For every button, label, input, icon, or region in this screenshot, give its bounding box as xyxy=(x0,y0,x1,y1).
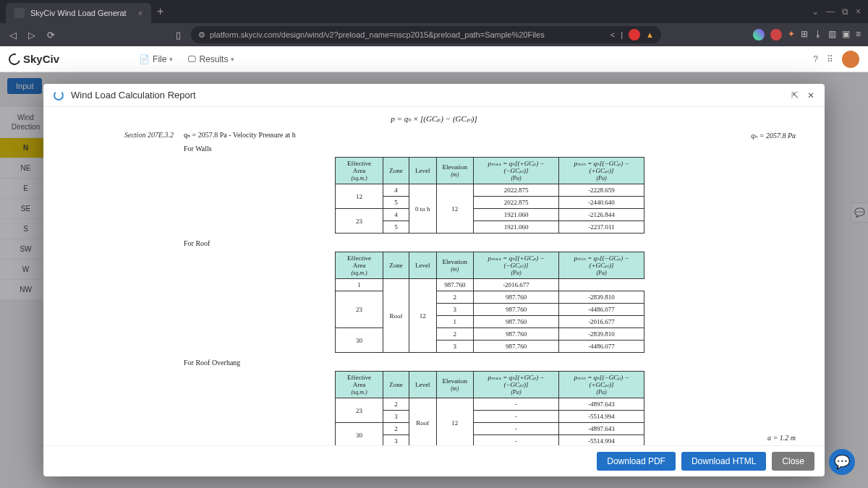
close-icon[interactable]: ✕ xyxy=(807,90,814,100)
section-ref: Section 207E.3.2 xyxy=(72,131,174,139)
margin-note-qh: qₕ = 2057.8 Pa xyxy=(751,132,796,140)
reload-icon[interactable]: ⟳ xyxy=(45,30,56,40)
table-walls: Effective Area(sq.m.)ZoneLevelElevation(… xyxy=(335,157,644,234)
extension-icons: ✦ ⊞ ⭳ ▥ ▣ ≡ xyxy=(753,29,861,40)
menu-icon[interactable]: ≡ xyxy=(856,29,861,40)
ext-icon[interactable] xyxy=(753,29,765,40)
modal-footer: Download PDF Download HTML Close xyxy=(43,445,825,476)
expand-icon[interactable]: ⇱ xyxy=(791,90,799,100)
close-window-icon[interactable]: × xyxy=(856,7,861,17)
browser-tabstrip: SkyCiv Wind Load Generat × + ⌄ — ⧉ × xyxy=(0,0,868,23)
margin-note-a: a = 1.2 m xyxy=(767,434,796,442)
browser-tab[interactable]: SkyCiv Wind Load Generat × xyxy=(6,3,151,23)
report-modal: Wind Load Calculation Report ⇱ ✕ p = qₕ … xyxy=(43,84,825,476)
equation-main: p = qₕ × [(GCₚ) − (GCₚᵢ)] xyxy=(72,114,796,124)
avatar[interactable] xyxy=(842,51,859,68)
table-overhang: Effective Area(sq.m.)ZoneLevelElevation(… xyxy=(335,371,644,445)
minimize-icon[interactable]: — xyxy=(826,7,835,17)
modal-title: Wind Load Calculation Report xyxy=(71,90,196,100)
forward-icon[interactable]: ▷ xyxy=(26,30,38,40)
app-body: Input WindDirection N NE E SE S SW W NW … xyxy=(0,72,868,488)
tab-title: SkyCiv Wind Load Generat xyxy=(30,9,127,17)
app-header: SkyCiv 📄 File ▾ 🖵 Results ▾ ? ⠿ xyxy=(0,46,868,72)
url-bar[interactable]: ⚙ platform.skyciv.com/design/wind/v2?pre… xyxy=(191,26,661,43)
chat-bubble-icon[interactable]: 💬 xyxy=(829,449,855,475)
back-icon[interactable]: ◁ xyxy=(7,30,19,40)
new-tab-button[interactable]: + xyxy=(157,5,163,18)
sub-walls: For Walls xyxy=(184,145,796,153)
divider: | xyxy=(621,30,623,39)
tab-favicon xyxy=(14,8,25,18)
browser-navbar: ◁ ▷ ⟳ ▯ ⚙ platform.skyciv.com/design/win… xyxy=(0,23,868,46)
ext-icon[interactable] xyxy=(770,29,782,40)
logo[interactable]: SkyCiv xyxy=(9,53,59,65)
qh-value: qₕ = 2057.8 Pa - Velocity Pressure at h xyxy=(184,131,296,139)
bookmark-icon[interactable]: ▯ xyxy=(172,30,184,40)
close-tab-icon[interactable]: × xyxy=(138,9,142,17)
close-button[interactable]: Close xyxy=(772,452,814,471)
sub-roof: For Roof xyxy=(184,239,796,247)
warning-icon[interactable]: ▲ xyxy=(646,30,654,39)
panel-icon[interactable]: ▥ xyxy=(828,29,836,40)
table-roof: Effective Area(sq.m.)ZoneLevelElevation(… xyxy=(335,252,644,353)
download-pdf-button[interactable]: Download PDF xyxy=(597,452,676,471)
share-icon[interactable]: < xyxy=(610,30,615,39)
maximize-icon[interactable]: ⧉ xyxy=(842,7,848,17)
menu-results[interactable]: 🖵 Results ▾ xyxy=(187,54,234,64)
download-icon[interactable]: ⭳ xyxy=(814,29,822,40)
shield-icon[interactable] xyxy=(629,29,640,40)
modal-body[interactable]: p = qₕ × [(GCₚ) − (GCₚᵢ)] qₕ = 2057.8 Pa… xyxy=(43,107,825,445)
ext-icon[interactable]: ▣ xyxy=(842,29,850,40)
url-text: platform.skyciv.com/design/wind/v2?prelo… xyxy=(210,30,545,39)
ext-icon[interactable]: ✦ xyxy=(788,29,795,40)
apps-icon[interactable]: ⠿ xyxy=(827,54,833,64)
download-html-button[interactable]: Download HTML xyxy=(681,452,766,471)
chevron-down-icon[interactable]: ⌄ xyxy=(812,7,819,17)
site-settings-icon[interactable]: ⚙ xyxy=(198,30,205,40)
sub-overhang: For Roof Overhang xyxy=(184,359,796,367)
logo-icon xyxy=(7,51,22,67)
menu-file[interactable]: 📄 File ▾ xyxy=(139,54,173,64)
help-icon[interactable]: ? xyxy=(813,54,818,64)
loading-icon xyxy=(54,90,64,100)
ext-icon[interactable]: ⊞ xyxy=(801,29,808,40)
modal-header: Wind Load Calculation Report ⇱ ✕ xyxy=(43,84,825,107)
